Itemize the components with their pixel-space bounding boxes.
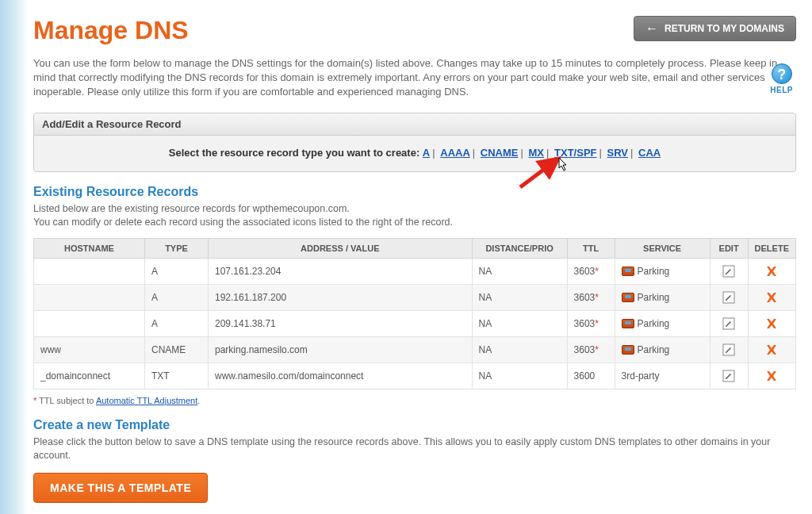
edit-icon <box>717 343 741 356</box>
col-distance: DISTANCE/PRIO <box>472 238 567 258</box>
record-type-txtspf[interactable]: TXT/SPF <box>554 147 596 159</box>
delete-icon <box>755 316 789 331</box>
cell-service: Parking <box>615 284 710 310</box>
edit-icon <box>717 317 741 330</box>
arrow-left-icon: ← <box>645 22 658 35</box>
add-edit-panel-title: Add/Edit a Resource Record <box>34 113 795 136</box>
edit-record-button[interactable] <box>710 284 748 310</box>
cell-service: Parking <box>615 258 710 284</box>
delete-icon <box>755 369 789 383</box>
cell-address: 192.161.187.200 <box>209 284 473 310</box>
existing-records-title: Existing Resource Records <box>33 185 796 199</box>
add-edit-record-panel: Add/Edit a Resource Record Select the re… <box>33 113 796 172</box>
table-row: wwwCNAMEparking.namesilo.comNA3603*Parki… <box>34 336 796 362</box>
parking-icon <box>622 319 634 328</box>
delete-icon <box>755 343 789 357</box>
cell-hostname <box>34 284 145 310</box>
cell-ttl: 3600 <box>567 362 615 389</box>
cell-address: www.namesilo.com/domainconnect <box>209 362 473 389</box>
edit-record-button[interactable] <box>710 362 748 389</box>
auto-ttl-link[interactable]: Automatic TTL Adjustment <box>96 396 197 405</box>
edit-record-button[interactable] <box>710 336 748 362</box>
record-type-srv[interactable]: SRV <box>607 147 629 159</box>
cell-service: Parking <box>615 310 710 336</box>
help-widget[interactable]: ? HELP <box>770 63 793 94</box>
cell-ttl: 3603* <box>567 310 615 336</box>
ttl-footnote: * TTL subject to Automatic TTL Adjustmen… <box>33 396 796 405</box>
cell-address: parking.namesilo.com <box>209 336 473 362</box>
create-template-desc: Please click the button below to save a … <box>33 435 796 463</box>
records-table: HOSTNAME TYPE ADDRESS / VALUE DISTANCE/P… <box>33 238 796 389</box>
col-service: SERVICE <box>615 238 710 258</box>
help-icon: ? <box>772 63 792 84</box>
edit-icon <box>717 291 741 304</box>
cell-distance: NA <box>472 310 567 336</box>
return-to-domains-button[interactable]: ← RETURN TO MY DOMAINS <box>634 16 796 41</box>
cell-distance: NA <box>472 258 567 284</box>
table-row: _domainconnectTXTwww.namesilo.com/domain… <box>34 362 796 389</box>
cell-address: 209.141.38.71 <box>209 310 473 336</box>
record-type-prompt: Select the resource record type you want… <box>169 147 419 159</box>
cell-ttl: 3603* <box>567 284 615 310</box>
record-type-a[interactable]: A <box>423 147 430 159</box>
parking-icon <box>622 267 634 276</box>
intro-text: You can use the form below to manage the… <box>33 56 779 100</box>
delete-icon <box>755 290 789 305</box>
delete-record-button[interactable] <box>748 336 795 362</box>
help-label: HELP <box>770 86 793 94</box>
col-address: ADDRESS / VALUE <box>209 238 473 258</box>
cell-hostname: www <box>34 336 145 362</box>
col-type: TYPE <box>145 238 209 258</box>
table-row: A192.161.187.200NA3603*Parking <box>34 284 796 310</box>
cell-type: A <box>145 284 209 310</box>
delete-record-button[interactable] <box>748 310 795 336</box>
cell-type: TXT <box>145 362 209 389</box>
cell-hostname <box>34 310 145 336</box>
parking-icon <box>622 345 634 355</box>
cell-distance: NA <box>472 336 567 362</box>
make-template-button[interactable]: MAKE THIS A TEMPLATE <box>33 473 208 503</box>
edit-record-button[interactable] <box>710 258 748 284</box>
parking-icon <box>622 293 634 302</box>
edit-icon <box>717 265 741 278</box>
edit-record-button[interactable] <box>710 310 748 336</box>
delete-record-button[interactable] <box>748 362 795 389</box>
col-delete: DELETE <box>748 238 795 258</box>
cell-type: CNAME <box>145 336 209 362</box>
record-type-aaaa[interactable]: AAAA <box>440 147 470 159</box>
record-type-mx[interactable]: MX <box>529 147 545 159</box>
cell-distance: NA <box>472 284 567 310</box>
page-title: Manage DNS <box>33 16 189 45</box>
record-type-selector: Select the resource record type you want… <box>44 147 786 159</box>
create-template-title: Create a new Template <box>33 418 796 432</box>
cell-ttl: 3603* <box>567 336 615 362</box>
cell-address: 107.161.23.204 <box>209 258 473 284</box>
table-row: A107.161.23.204NA3603*Parking <box>34 258 796 284</box>
cell-type: A <box>145 258 209 284</box>
cell-service: Parking <box>615 336 710 362</box>
delete-record-button[interactable] <box>748 258 795 284</box>
cell-hostname <box>34 258 145 284</box>
table-row: A209.141.38.71NA3603*Parking <box>34 310 796 336</box>
edit-icon <box>717 370 741 382</box>
col-edit: EDIT <box>710 238 748 258</box>
cell-service: 3rd-party <box>615 362 710 389</box>
delete-icon <box>755 264 789 278</box>
cell-hostname: _domainconnect <box>34 362 145 389</box>
existing-records-desc: Listed below are the existing resource r… <box>33 202 796 230</box>
delete-record-button[interactable] <box>748 284 795 310</box>
record-type-caa[interactable]: CAA <box>638 147 661 159</box>
cell-type: A <box>145 310 209 336</box>
col-ttl: TTL <box>567 238 615 258</box>
cell-ttl: 3603* <box>567 258 615 284</box>
record-type-cname[interactable]: CNAME <box>481 147 519 159</box>
col-hostname: HOSTNAME <box>34 238 145 258</box>
cell-distance: NA <box>472 362 567 389</box>
return-button-label: RETURN TO MY DOMAINS <box>665 23 784 34</box>
